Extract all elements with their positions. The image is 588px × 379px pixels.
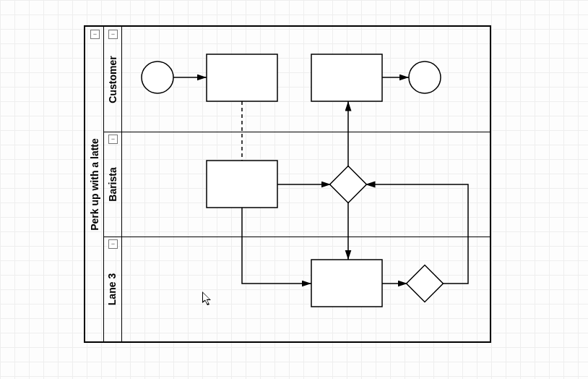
gateway-node[interactable] [330,166,367,203]
gateway-node[interactable] [407,265,444,302]
sequence-flow[interactable] [242,208,311,284]
task-node[interactable] [311,260,382,307]
task-node[interactable] [207,54,277,101]
diagram-shapes [85,27,490,341]
end-event[interactable] [409,61,441,93]
cursor-icon [202,291,214,307]
task-node[interactable] [207,161,277,208]
bpmn-pool[interactable]: − Perk up with a latte − Customer − Bari… [84,25,491,343]
start-event[interactable] [142,61,173,93]
task-node[interactable] [311,54,382,101]
